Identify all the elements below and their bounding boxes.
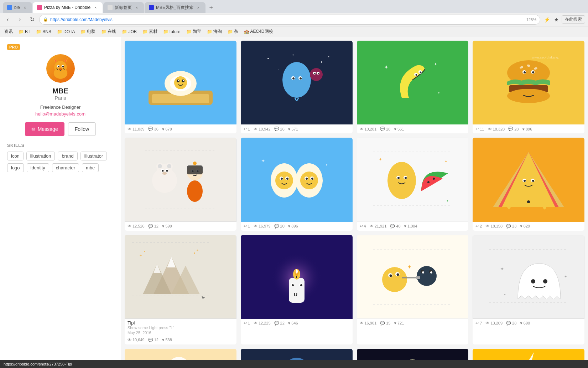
views-count: 18,328 xyxy=(493,127,505,131)
shot-card-tipi[interactable]: ✦ ✦ Tipi Show some Light press "L" May 2… xyxy=(125,235,236,344)
shot-card-3[interactable]: ✦ ✦ ✦ 👁 10,281 💬 28 xyxy=(357,41,469,133)
bookmark-资讯[interactable]: 资讯 xyxy=(3,28,14,35)
bookmark-SNS[interactable]: 📁SNS xyxy=(35,29,53,35)
bookmark-在线[interactable]: 📁在线 xyxy=(100,28,118,35)
tab-3[interactable]: MBE风格_百度搜索 × xyxy=(145,2,205,13)
shot-card-7[interactable]: ✦ ✦ ✦ ↩ 4 👁 xyxy=(357,138,469,230)
follow-button[interactable]: Follow xyxy=(68,122,96,136)
svg-point-19 xyxy=(174,76,187,89)
shot-card-11[interactable]: ✦ 👁 16,901 💬 15 xyxy=(357,235,469,344)
bookmark-素材[interactable]: 📁素材 xyxy=(141,28,159,35)
views-count: 18,158 xyxy=(490,224,503,228)
shot-card-12[interactable]: ✦ ✦ ✦ ↩ 7 👁 13,209 xyxy=(473,235,584,344)
comments-count: 12 xyxy=(154,224,158,228)
bookmarks-bar: 资讯 📁BT 📁SNS 📁DOTA 📁电脑 📁在线 📁JOB 📁素材 📁futu… xyxy=(0,26,588,37)
svg-point-1 xyxy=(54,61,67,73)
reload-button[interactable]: ↻ xyxy=(27,15,37,25)
tab-2[interactable]: 新标签页 × xyxy=(103,2,144,13)
shot-illustration-8 xyxy=(473,138,584,221)
svg-text:✦: ✦ xyxy=(500,266,504,272)
comments-count: 20 xyxy=(280,224,285,228)
heart-icon: ♥ xyxy=(288,321,291,325)
heart-icon: ♥ xyxy=(394,127,396,131)
shots-grid: 👁 11,039 💬 36 ♥ 679 xyxy=(125,41,584,368)
bookmark-海淘[interactable]: 📁海淘 xyxy=(205,28,223,35)
comments-count: 22 xyxy=(280,321,285,325)
shot-card-5[interactable]: 👁 12,526 💬 12 ♥ 599 xyxy=(125,138,236,230)
bookmark-JOB[interactable]: 📁JOB xyxy=(120,29,138,35)
tab-label-3: MBE风格_百度搜索 xyxy=(156,5,193,11)
skill-icon[interactable]: icon xyxy=(7,152,24,160)
skills-label: SKILLS xyxy=(7,143,114,148)
shot-image-12: ✦ ✦ ✦ xyxy=(473,235,584,319)
folder-icon: 📁 xyxy=(36,29,41,34)
svg-point-22 xyxy=(178,80,179,81)
comment-icon: 💬 xyxy=(380,127,385,131)
eye-icon: 👁 xyxy=(370,224,374,228)
tab-close-3[interactable]: × xyxy=(196,5,201,10)
comments-count: 36 xyxy=(154,127,158,131)
shot-image-7: ✦ ✦ ✦ xyxy=(357,138,469,221)
shot-illustration-5 xyxy=(125,138,236,221)
tab-favicon-3 xyxy=(149,5,154,10)
tooltip-text: https://dribbble.com/shots/2737258-Tipi xyxy=(4,362,72,366)
shot-card-4[interactable]: www.aec4d.akang. ↩ 11 👁 18,328 💬 xyxy=(473,41,584,133)
extensions-button[interactable]: ⚡ xyxy=(542,16,551,23)
views-stat: 👁 11,039 xyxy=(128,127,145,131)
shot-card-6[interactable]: ✦ ✦ ↩ 1 👁 16,979 💬 xyxy=(241,138,353,230)
forward-button[interactable]: › xyxy=(15,15,25,25)
shot-image-5 xyxy=(125,138,236,221)
svg-point-154 xyxy=(531,279,535,283)
tab-close-0[interactable]: × xyxy=(22,5,28,10)
tab-1[interactable]: Pizza by MBE - Dribbble × xyxy=(33,2,103,13)
skill-mbe[interactable]: mbe xyxy=(82,163,99,172)
skill-logo[interactable]: logo xyxy=(7,163,24,172)
search-in-page[interactable]: 在此搜索 xyxy=(562,15,585,24)
shot-stats-12: ↩ 7 👁 13,209 💬 28 ♥ 690 xyxy=(473,319,584,328)
tab-close-2[interactable]: × xyxy=(134,5,140,10)
message-button[interactable]: ✉ Message xyxy=(25,122,64,136)
likes-stat: ♥ 829 xyxy=(520,224,530,228)
svg-text:✦: ✦ xyxy=(564,275,567,278)
svg-point-27 xyxy=(279,69,279,70)
rebound-count: 1 xyxy=(248,127,250,131)
skill-identity[interactable]: identity xyxy=(27,163,49,172)
comment-icon: 💬 xyxy=(148,338,153,342)
bookmark-DOTA[interactable]: 📁DOTA xyxy=(56,29,76,35)
bookmark-BT[interactable]: 📁BT xyxy=(17,29,32,35)
tab-0[interactable]: ble × xyxy=(3,2,32,13)
new-tab-button[interactable]: + xyxy=(206,3,216,13)
bookmark-AEC4D[interactable]: 🏫AEC4D网校 xyxy=(243,28,275,35)
rebound-icon: ↩ xyxy=(244,127,247,131)
bookmark-杂[interactable]: 📁杂 xyxy=(226,28,240,35)
svg-point-146 xyxy=(430,271,432,274)
shot-card-2[interactable]: ↩ 1 👁 10,942 💬 26 ♥ 571 xyxy=(241,41,353,133)
comments-stat: 💬 28 xyxy=(380,127,390,131)
bookmark-陶宝[interactable]: 📁陶宝 xyxy=(185,28,203,35)
address-box[interactable]: 🔒 https://dribbble.com/Madebyelvis 125% xyxy=(39,15,540,25)
views-stat: 👁 10,649 xyxy=(128,338,145,342)
shot-card-8[interactable]: ↩ 2 👁 18,158 💬 23 ♥ 829 xyxy=(473,138,584,230)
skill-illustrator[interactable]: illustrator xyxy=(80,152,107,160)
tipi-info: Tipi Show some Light press "L" May 25, 2… xyxy=(125,319,236,336)
shot-card-1[interactable]: 👁 11,039 💬 36 ♥ 679 xyxy=(125,41,236,133)
bookmark-电脑[interactable]: 📁电脑 xyxy=(79,28,97,35)
shot-illustration-6: ✦ ✦ xyxy=(241,138,353,221)
rebound-count: 2 xyxy=(480,224,482,228)
svg-marker-107 xyxy=(502,152,555,207)
eye-icon: 👁 xyxy=(485,321,489,325)
shot-card-10[interactable]: U ↩ 1 xyxy=(241,235,353,344)
skill-character[interactable]: character xyxy=(52,163,79,172)
comment-icon: 💬 xyxy=(506,224,511,229)
comments-stat: 💬 26 xyxy=(274,127,285,131)
skill-brand[interactable]: brand xyxy=(58,152,77,160)
shot-stats-11: 👁 16,901 💬 15 ♥ 721 xyxy=(357,319,469,328)
svg-point-75 xyxy=(193,162,197,165)
tab-close-1[interactable]: × xyxy=(93,5,98,10)
rebound-count: 7 xyxy=(480,321,482,325)
skill-illustration[interactable]: illustration xyxy=(26,152,55,160)
comment-icon: 💬 xyxy=(390,224,395,229)
bookmark-button[interactable]: ★ xyxy=(553,16,560,23)
bookmark-future[interactable]: 📁future xyxy=(162,29,182,35)
back-button[interactable]: ‹ xyxy=(3,15,13,25)
